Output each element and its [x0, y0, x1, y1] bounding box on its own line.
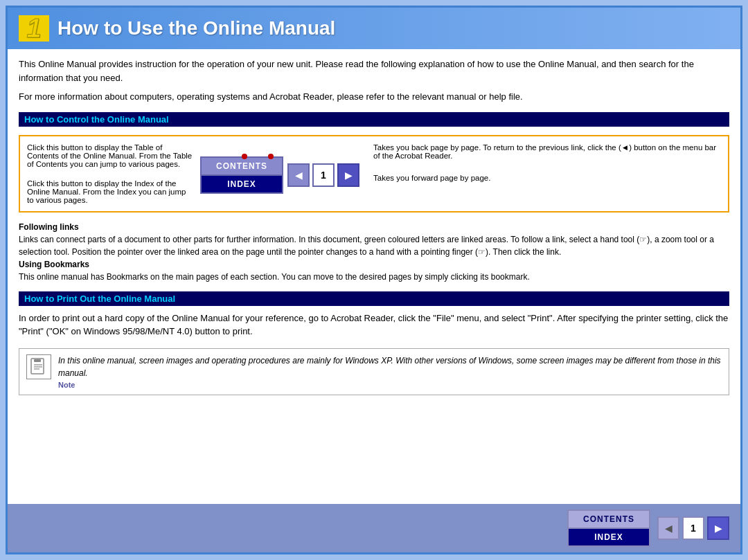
using-bookmarks-heading: Using Bookmarks	[19, 260, 89, 269]
footer-nav: CONTENTS INDEX ◀ 1 ▶	[8, 504, 740, 552]
page-number-display: 1	[312, 163, 335, 187]
following-links-heading: Following links	[19, 222, 79, 232]
footer-page-number: 1	[682, 516, 704, 540]
page-title: How to Use the Online Manual	[57, 17, 335, 39]
intro-paragraph2: For more information about computers, op…	[19, 90, 729, 104]
left-label-index: Click this button to display the Index o…	[27, 179, 193, 204]
footer-page-nav: ◀ 1 ▶	[657, 516, 729, 540]
footer-prev-button[interactable]: ◀	[657, 516, 679, 540]
links-section: Following links Links can connect parts …	[19, 221, 729, 283]
footer-index-button[interactable]: INDEX	[567, 527, 650, 547]
main-container: 1 How to Use the Online Manual This Onli…	[6, 6, 742, 554]
left-labels: Click this button to display the Table o…	[27, 143, 193, 204]
left-label-contents: Click this button to display the Table o…	[27, 143, 193, 168]
following-links-text: Links can connect parts of a document to…	[19, 235, 714, 257]
right-label-back: Takes you back page by page. To return t…	[373, 143, 721, 160]
footer-next-button[interactable]: ▶	[707, 516, 729, 540]
note-box: In this online manual, screen images and…	[19, 348, 729, 395]
footer-buttons-group: CONTENTS INDEX	[567, 509, 650, 547]
page-header: 1 How to Use the Online Manual	[8, 8, 740, 49]
note-label: Note	[58, 381, 722, 389]
control-diagram-box: Click this button to display the Table o…	[19, 135, 729, 213]
next-page-button[interactable]: ▶	[337, 163, 359, 187]
footer-contents-button[interactable]: CONTENTS	[567, 509, 650, 527]
using-bookmarks-text: This online manual has Bookmarks on the …	[19, 272, 530, 282]
note-text: In this online manual, screen images and…	[58, 354, 722, 379]
right-labels: Takes you back page by page. To return t…	[366, 143, 721, 204]
prev-page-button[interactable]: ◀	[287, 163, 310, 187]
print-text: In order to print out a hard copy of the…	[19, 311, 729, 338]
section2-heading: How to Print Out the Online Manual	[19, 291, 729, 306]
nav-buttons-group: CONTENTS INDEX	[200, 156, 283, 194]
note-content: In this online manual, screen images and…	[58, 354, 722, 389]
svg-rect-1	[34, 359, 41, 362]
note-icon	[26, 354, 51, 379]
index-button[interactable]: INDEX	[200, 174, 283, 194]
right-label-forward: Takes you forward page by page.	[373, 174, 721, 182]
content-area: This Online Manual provides instruction …	[8, 49, 740, 504]
intro-paragraph1: This Online Manual provides instruction …	[19, 57, 729, 84]
section1-heading: How to Control the Online Manual	[19, 112, 729, 127]
chapter-number: 1	[19, 15, 49, 42]
page-nav-buttons: ◀ 1 ▶	[287, 163, 359, 187]
